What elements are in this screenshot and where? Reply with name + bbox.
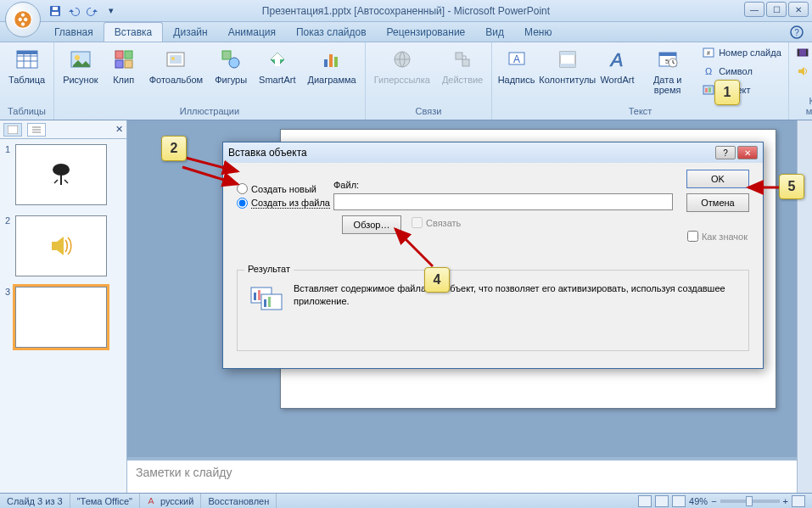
object-button[interactable]: Объект [698,81,785,98]
status-lang[interactable]: русский [140,494,201,508]
ok-button[interactable]: OK [686,170,749,188]
svg-point-22 [229,58,239,68]
pane-close-icon[interactable]: ✕ [115,124,123,135]
sorter-view-icon[interactable] [655,495,669,507]
fit-window-icon[interactable] [792,495,805,507]
group-media: Фильм ▾ Звук ▾ Клипы мульт… [789,42,812,120]
zoom-level[interactable]: 49% [689,496,708,506]
table-button[interactable]: Таблица [3,44,50,87]
svg-rect-58 [268,297,271,307]
textbox-icon: A [503,46,530,73]
slideshow-view-icon[interactable] [672,495,686,507]
office-button[interactable] [5,2,41,37]
dialog-title: Вставка объекта [228,147,307,159]
link-checkbox[interactable]: Связать [412,217,461,228]
group-media-label: Клипы мульт… [792,94,812,118]
result-box: Результат Вставляет содержимое файла как… [237,270,749,351]
slidenumber-button[interactable]: #Номер слайда [698,44,785,61]
tab-design[interactable]: Дизайн [163,23,217,42]
tab-menu[interactable]: Меню [514,23,562,42]
slide-thumb-2[interactable]: 2 [5,215,121,276]
close-button[interactable]: ✕ [788,2,809,17]
datetime-icon: 5 [654,46,681,73]
slide-thumb-1[interactable]: 1 [5,144,121,205]
tab-review[interactable]: Рецензирование [377,23,476,42]
radio-create-new[interactable]: Создать новый [237,183,330,194]
picture-icon [67,46,94,73]
thumbnail-list[interactable]: 1 2 3 [0,139,126,493]
shapes-icon [217,46,244,73]
title-bar: ▾ Презентация1.pptx [Автосохраненный] - … [0,0,812,22]
headerfooter-icon [554,46,581,73]
redo-icon[interactable] [85,3,100,19]
group-links: Гиперссылка Действие Связи [366,42,493,120]
help-icon[interactable]: ? [790,25,804,39]
as-icon-checkbox[interactable]: Как значок [687,231,748,242]
clip-button[interactable]: Клип [105,44,143,87]
tab-animation[interactable]: Анимация [218,23,286,42]
svg-point-20 [171,57,175,60]
svg-text:#: # [707,50,710,56]
ribbon-tabs: Главная Вставка Дизайн Анимация Показ сл… [0,22,812,42]
movie-button[interactable]: Фильм ▾ [792,44,812,61]
tab-slideshow[interactable]: Показ слайдов [286,23,377,42]
qat-dropdown-icon[interactable]: ▾ [104,3,119,19]
slide-thumb-3[interactable]: 3 [5,287,121,348]
svg-rect-55 [258,290,260,300]
maximize-button[interactable]: ☐ [766,2,787,17]
normal-view-icon[interactable] [638,495,652,507]
zoom-in-icon[interactable]: + [783,496,788,506]
dialog-titlebar[interactable]: Вставка объекта ? ✕ [223,142,763,163]
status-recovered: Восстановлен [201,494,277,508]
wordart-button[interactable]: AWordArt [598,44,637,87]
svg-rect-33 [560,64,575,67]
svg-rect-25 [334,57,338,67]
svg-rect-28 [462,59,469,66]
svg-rect-24 [329,54,333,67]
photoalbum-icon [162,46,189,73]
svg-rect-11 [17,51,37,54]
cancel-button[interactable]: Отмена [686,193,749,212]
svg-rect-23 [324,59,328,67]
notes-pane[interactable]: Заметки к слайду [127,457,797,493]
svg-rect-14 [115,51,123,59]
tab-home[interactable]: Главная [44,23,104,42]
zoom-out-icon[interactable]: − [711,496,716,506]
svg-rect-2 [52,12,59,15]
status-theme: "Тема Office" [70,494,140,508]
zoom-slider[interactable] [720,500,780,503]
svg-rect-3 [53,7,58,10]
textbox-button[interactable]: AНадпись [496,44,537,87]
tab-view[interactable]: Вид [475,23,514,42]
photoalbum-button[interactable]: Фотоальбом [144,44,209,87]
radio-create-from-file[interactable]: Создать из файла [237,198,330,209]
headerfooter-button[interactable]: Колонтитулы [539,44,596,87]
group-tables-label: Таблицы [3,104,50,118]
slides-tab-icon[interactable] [3,123,22,137]
dialog-help-icon[interactable]: ? [715,146,736,159]
svg-rect-19 [170,55,182,64]
sound-button[interactable]: Звук ▾ [792,63,812,80]
browse-button[interactable]: Обзор… [342,215,401,234]
save-icon[interactable] [48,3,63,19]
undo-icon[interactable] [66,3,81,19]
action-button: Действие [437,44,488,87]
outline-tab-icon[interactable] [27,123,46,137]
symbol-button[interactable]: ΩСимвол [698,63,785,80]
result-icon [249,284,283,315]
clip-icon [110,46,137,73]
chart-button[interactable]: Диаграмма [303,44,361,87]
picture-button[interactable]: Рисунок [58,44,104,87]
svg-text:A: A [513,53,520,65]
group-text: AНадпись Колонтитулы AWordArt 5Дата и вр… [492,42,789,120]
file-path-input[interactable] [333,193,673,210]
tab-insert[interactable]: Вставка [104,22,164,42]
datetime-button[interactable]: 5Дата и время [638,44,697,97]
minimize-button[interactable]: — [744,2,764,17]
file-label: Файл: [333,180,359,190]
svg-rect-15 [125,51,132,59]
shapes-button[interactable]: Фигуры [210,44,252,87]
chart-icon [318,46,345,73]
dialog-close-icon[interactable]: ✕ [737,146,758,159]
smartart-button[interactable]: SmartArt [254,44,300,87]
